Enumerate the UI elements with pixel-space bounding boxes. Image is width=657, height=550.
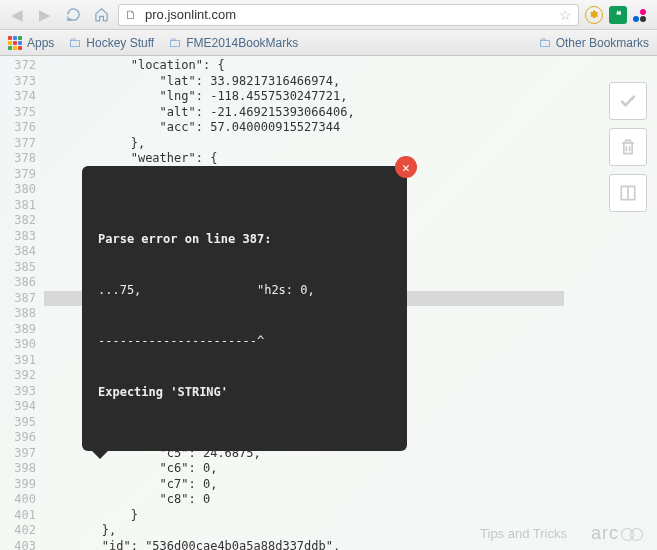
apps-label: Apps xyxy=(27,36,54,50)
folder-icon: 🗀 xyxy=(538,35,551,50)
reload-button[interactable] xyxy=(62,4,84,26)
check-icon xyxy=(618,91,638,111)
tips-link[interactable]: Tips and Tricks xyxy=(480,526,567,541)
bookmark-label: FME2014BookMarks xyxy=(186,36,298,50)
apps-button[interactable]: Apps xyxy=(8,36,54,50)
code-line[interactable]: "lng": -118.4557530247721, xyxy=(44,89,657,105)
bookmark-label: Hockey Stuff xyxy=(86,36,154,50)
code-line[interactable]: "c8": 0 xyxy=(44,492,657,508)
trash-icon xyxy=(618,137,638,157)
error-line: ...75, "h2s: 0, xyxy=(98,282,391,299)
code-line[interactable]: "alt": -21.469215393066406, xyxy=(44,105,657,121)
code-line[interactable]: "c7": 0, xyxy=(44,477,657,493)
columns-icon xyxy=(618,183,638,203)
clear-button[interactable] xyxy=(609,128,647,166)
hangouts-icon[interactable]: ❝ xyxy=(609,6,627,24)
compare-button[interactable] xyxy=(609,174,647,212)
error-line: Parse error on line 387: xyxy=(98,231,391,248)
code-line[interactable]: } xyxy=(44,508,657,524)
error-line: Expecting 'STRING' xyxy=(98,384,391,401)
code-line[interactable]: }, xyxy=(44,136,657,152)
arcgo-logo: arc xyxy=(591,523,643,544)
apps-grid-icon xyxy=(8,36,22,50)
error-tooltip: ✕ Parse error on line 387: ...75, "h2s: … xyxy=(82,166,407,451)
logo-text: arc xyxy=(591,523,619,544)
flickr-icon[interactable] xyxy=(633,6,651,24)
forward-button[interactable]: ▶ xyxy=(34,4,56,26)
footer: Tips and Tricks arc xyxy=(480,523,643,544)
bookmark-star-icon[interactable]: ☆ xyxy=(559,7,572,23)
code-line[interactable]: "location": { xyxy=(44,58,657,74)
page-icon: 🗋 xyxy=(125,8,139,22)
editor-toolbar xyxy=(609,82,647,212)
other-bookmarks[interactable]: 🗀 Other Bookmarks xyxy=(538,35,649,50)
back-button[interactable]: ◀ xyxy=(6,4,28,26)
extension-icon-1[interactable]: ✽ xyxy=(585,6,603,24)
bookmark-label: Other Bookmarks xyxy=(556,36,649,50)
error-line: ----------------------^ xyxy=(98,333,391,350)
folder-icon: 🗀 xyxy=(68,35,81,50)
folder-icon: 🗀 xyxy=(168,35,181,50)
bookmark-folder-hockey[interactable]: 🗀 Hockey Stuff xyxy=(68,35,154,50)
url-text: pro.jsonlint.com xyxy=(145,7,559,22)
code-line[interactable]: "weather": { xyxy=(44,151,657,167)
infinity-icon xyxy=(621,527,643,541)
url-bar[interactable]: 🗋 pro.jsonlint.com ☆ xyxy=(118,4,579,26)
browser-nav-bar: ◀ ▶ 🗋 pro.jsonlint.com ☆ ✽ ❝ xyxy=(0,0,657,30)
bookmarks-bar: Apps 🗀 Hockey Stuff 🗀 FME2014BookMarks 🗀… xyxy=(0,30,657,56)
close-icon[interactable]: ✕ xyxy=(395,156,417,178)
bookmark-folder-fme[interactable]: 🗀 FME2014BookMarks xyxy=(168,35,298,50)
code-line[interactable]: "c6": 0, xyxy=(44,461,657,477)
code-line[interactable]: "lat": 33.98217316466974, xyxy=(44,74,657,90)
editor: 3723733743753763773783793803813823833843… xyxy=(0,56,657,550)
home-button[interactable] xyxy=(90,4,112,26)
validate-button[interactable] xyxy=(609,82,647,120)
code-line[interactable]: "acc": 57.040000915527344 xyxy=(44,120,657,136)
line-gutter: 3723733743753763773783793803813823833843… xyxy=(0,58,44,550)
